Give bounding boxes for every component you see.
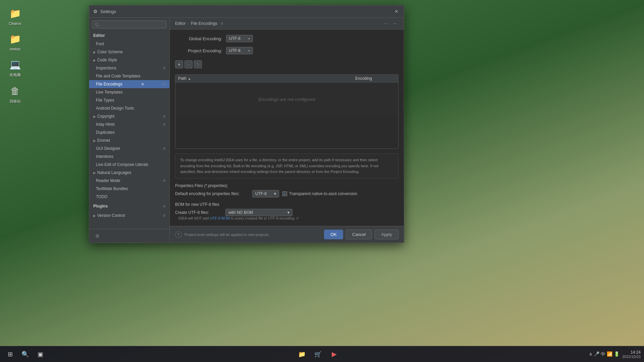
cancel-button[interactable]: Cancel — [346, 230, 372, 239]
chevron-right-icon: ▶ — [93, 50, 96, 54]
transparent-conversion-checkbox[interactable]: ✓ — [282, 191, 287, 196]
breadcrumb-bar: Editor › File Encodings ≡ ← → — [170, 18, 404, 29]
dialog-body: Editor Font ▶ Color Scheme ▶ Code Sty — [89, 18, 404, 243]
info-text: To change encoding IntelliJ IDEA uses fo… — [180, 158, 378, 174]
search-button[interactable]: 🔍 — [18, 348, 32, 361]
sidebar-item-color-scheme[interactable]: ▶ Color Scheme — [89, 48, 169, 56]
sidebar-item-textmate-bundles[interactable]: TextMate Bundles — [89, 185, 169, 193]
dialog-title: Settings — [100, 9, 116, 14]
desktop-icon-recycle[interactable]: 🗑 回收站 — [3, 84, 27, 104]
chevron-right-icon: ▶ — [93, 214, 96, 218]
column-path: Path ▲ — [178, 76, 355, 81]
taskbar-right: ∧ 🎤 中 📶 🔋 14:24 2022/10/23 — [589, 350, 641, 359]
sidebar-section-editor[interactable]: Editor — [89, 31, 169, 40]
sidebar-item-live-edit-compose[interactable]: Live Edit of Compose Literals — [89, 161, 169, 169]
sidebar-item-inlay-hints[interactable]: Inlay Hints — [89, 120, 169, 128]
footer-buttons: OK Cancel Apply — [324, 230, 398, 239]
help-button[interactable]: ? — [175, 231, 182, 238]
sidebar-search — [89, 18, 169, 31]
indicator-icon: ≡ — [163, 114, 165, 119]
sidebar-item-file-and-code-templates[interactable]: File and Code Templates — [89, 72, 169, 80]
explorer-taskbar-button[interactable]: 📁 — [295, 348, 309, 361]
chevron-down-icon: ▾ — [287, 210, 289, 215]
project-encoding-value: UTF-8 — [229, 48, 240, 53]
add-button[interactable]: + — [175, 60, 183, 68]
project-encoding-row: Project Encoding: UTF-8 ▾ — [175, 47, 398, 54]
sidebar-item-todo[interactable]: TODO — [89, 193, 169, 201]
properties-encoding-select[interactable]: UTF-8 ▾ — [252, 190, 279, 197]
computer-icon: 💻 — [8, 58, 22, 71]
breadcrumb-menu-icon[interactable]: ≡ — [221, 21, 223, 26]
bom-section: BOM for new UTF-8 files Create UTF-8 fil… — [175, 202, 398, 221]
sidebar-item-font[interactable]: Font — [89, 40, 169, 48]
table-header: Path ▲ Encoding — [175, 75, 398, 82]
bom-row: Create UTF-8 files: with NO BOM ▾ — [175, 209, 398, 216]
store-icon: 🛒 — [314, 351, 322, 358]
sidebar-bottom: ⚙ — [89, 229, 169, 243]
nav-back-button[interactable]: ← — [382, 20, 390, 27]
footer-note: Project-level settings will be applied t… — [184, 233, 270, 237]
sidebar-item-version-control[interactable]: ▶ Version Control ≡ — [89, 212, 169, 220]
system-tray-icons: ∧ 🎤 中 📶 🔋 — [589, 351, 620, 357]
desktop-icon-label: Cikaros — [9, 21, 21, 25]
table-empty-message: Encodings are not configured — [258, 97, 315, 102]
info-box: To change encoding IntelliJ IDEA uses fo… — [175, 154, 398, 179]
footer-left: ? Project-level settings will be applied… — [175, 231, 270, 238]
remove-button[interactable]: − — [184, 60, 193, 68]
sidebar-gear-button[interactable]: ⚙ — [93, 232, 101, 240]
desktop-icon-label: 此电脑 — [10, 72, 21, 77]
desktop-icons: 📁 Cikaros 📁 zwdzjs 💻 此电脑 🗑 回收站 — [3, 7, 27, 104]
jetbrains-icon: ▶ — [332, 351, 336, 358]
desktop: 📁 Cikaros 📁 zwdzjs 💻 此电脑 🗑 回收站 ⚙ Setting… — [0, 0, 644, 362]
sidebar-item-emmet[interactable]: ▶ Emmet — [89, 136, 169, 144]
sidebar-item-reader-mode[interactable]: Reader Mode — [89, 177, 169, 185]
store-taskbar-button[interactable]: 🛒 — [311, 348, 325, 361]
sidebar-item-gui-designer[interactable]: GUI Designer — [89, 144, 169, 153]
sidebar: Editor Font ▶ Color Scheme ▶ Code Sty — [89, 18, 170, 243]
desktop-icon-cikaros[interactable]: 📁 Cikaros — [3, 7, 27, 25]
edit-button[interactable]: ✎ — [194, 60, 202, 68]
ok-button[interactable]: OK — [324, 230, 343, 239]
sidebar-item-natural-languages[interactable]: ▶ Natural Languages — [89, 169, 169, 177]
encoding-table: Path ▲ Encoding Encodings are not config… — [175, 74, 398, 149]
nav-forward-button[interactable]: → — [391, 20, 398, 27]
date: 2022/10/23 — [622, 355, 641, 359]
bom-section-title: BOM for new UTF-8 files — [175, 202, 398, 207]
task-view-button[interactable]: ▣ — [34, 348, 47, 361]
sidebar-item-code-style[interactable]: ▶ Code Style — [89, 56, 169, 64]
sidebar-item-file-encodings[interactable]: File Encodings ≡ — [89, 80, 169, 88]
create-utf8-label: Create UTF-8 files: — [175, 210, 222, 215]
bom-select[interactable]: with NO BOM ▾ — [225, 209, 292, 216]
folder-icon: 📁 — [8, 32, 22, 46]
sidebar-item-duplicates[interactable]: Duplicates — [89, 128, 169, 136]
sidebar-item-file-types[interactable]: File Types — [89, 96, 169, 104]
bom-note-suffix: to every created file in UTF-8 encoding … — [230, 216, 299, 220]
global-encoding-select[interactable]: UTF-8 ▾ — [226, 35, 253, 42]
sidebar-item-copyright[interactable]: ▶ Copyright ≡ — [89, 112, 169, 120]
sidebar-section-plugins[interactable]: Plugins — [89, 202, 169, 210]
project-encoding-select[interactable]: UTF-8 ▾ — [226, 47, 253, 54]
close-button[interactable]: ✕ — [393, 8, 400, 15]
time: 14:24 — [622, 350, 641, 355]
sidebar-item-android-design-tools[interactable]: Android Design Tools — [89, 104, 169, 112]
search-input[interactable] — [92, 20, 167, 28]
explorer-icon: 📁 — [298, 351, 306, 358]
dialog-titlebar: ⚙ Settings ✕ — [89, 5, 404, 18]
utf8-bom-link[interactable]: UTF-8 BOM — [210, 216, 230, 220]
bom-note: IDEA will NOT add UTF-8 BOM to every cre… — [175, 216, 398, 221]
properties-row: Default encoding for properties files: U… — [175, 190, 398, 197]
properties-section-title: Properties Files (*.properties) — [175, 183, 398, 188]
chevron-right-icon: ▶ — [93, 139, 96, 142]
content-area: Global Encoding: UTF-8 ▾ Project Encodin… — [170, 29, 404, 226]
taskbar-left: ⊞ 🔍 ▣ — [3, 348, 47, 361]
jetbrains-taskbar-button[interactable]: ▶ — [327, 348, 341, 361]
column-encoding: Encoding — [355, 76, 395, 81]
sidebar-item-intentions[interactable]: Intentions — [89, 153, 169, 161]
desktop-icon-zwdzjs[interactable]: 📁 zwdzjs — [3, 32, 27, 51]
start-button[interactable]: ⊞ — [3, 348, 17, 361]
desktop-icon-computer[interactable]: 💻 此电脑 — [3, 58, 27, 77]
dialog-title-left: ⚙ Settings — [93, 9, 116, 14]
apply-button[interactable]: Apply — [375, 230, 398, 239]
sidebar-item-inspections[interactable]: Inspections — [89, 64, 169, 72]
sidebar-item-live-templates[interactable]: Live Templates — [89, 88, 169, 96]
